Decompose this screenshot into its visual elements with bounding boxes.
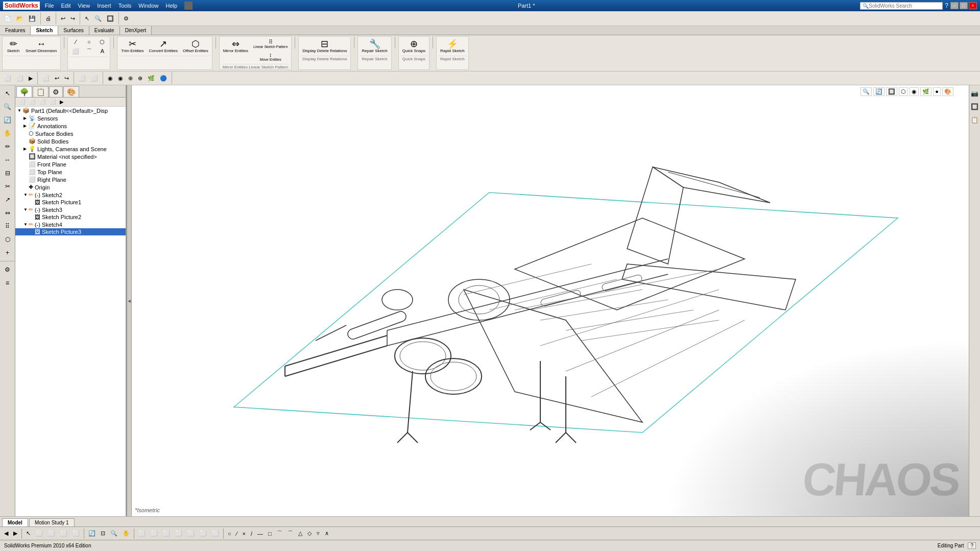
offset-entities-button[interactable]: ⬡ Offset Entities [181, 38, 210, 55]
save-button[interactable]: 💾 [27, 14, 38, 23]
bt-3d-select[interactable]: ⬜ [34, 529, 45, 538]
lp-zoom-btn[interactable]: 🔍 [2, 101, 14, 113]
lp-shape-btn[interactable]: ⬡ [2, 233, 14, 246]
tree-header-btn1[interactable]: ⬜ [17, 99, 27, 105]
view-rotate-btn[interactable]: 🔄 [873, 87, 885, 96]
zoom-button[interactable]: 🔍 [92, 14, 104, 23]
bt-line[interactable]: ⁄ [234, 530, 240, 538]
tree-tab-main[interactable]: 🌳 [16, 86, 32, 97]
tree-item-sketch3[interactable]: ▼ ✏ (-) Sketch3 [15, 206, 126, 213]
tree-header-btn2[interactable]: ⬜ [28, 99, 37, 105]
sec-btn-10[interactable]: ◉ [116, 74, 125, 83]
tab-evaluate[interactable]: Evaluate [89, 26, 120, 35]
rp-btn2[interactable]: 🔲 [969, 101, 981, 113]
view-color-btn[interactable]: 🎨 [942, 87, 953, 96]
sketch-button[interactable]: ✏ Sketch [4, 38, 22, 55]
tree-item-origin[interactable]: ✚ Origin [15, 183, 126, 191]
bt-view-front[interactable]: ⬜ [136, 529, 148, 538]
tree-item-part[interactable]: ▼ 📦 Part1 (Default<<Default>_Disp [15, 107, 126, 114]
line-button[interactable]: ⁄ [69, 38, 82, 46]
view-3d-btn[interactable]: 🔲 [886, 87, 897, 96]
lp-select-btn[interactable]: ↖ [2, 87, 14, 100]
move-entities-button[interactable]: ↕ Move Entities [251, 51, 290, 63]
print-button[interactable]: 🖨 [43, 14, 53, 22]
convert-entities-button[interactable]: ↗ Convert Entities [147, 38, 180, 55]
bt-pan[interactable]: ✋ [121, 529, 132, 538]
text-button[interactable]: A [96, 47, 108, 56]
tree-item-front-plane[interactable]: ⬜ Front Plane [15, 160, 126, 168]
bt-cross[interactable]: × [241, 530, 248, 538]
arc-button[interactable]: ⌒ [83, 47, 95, 56]
tab-sketch[interactable]: Sketch [31, 26, 58, 35]
bt-view-iso[interactable]: ⬜ [210, 529, 221, 538]
tab-dimxpert[interactable]: DimXpert [120, 26, 152, 35]
bt-tri[interactable]: △ [296, 529, 304, 538]
bt-lasso[interactable]: ⬜ [70, 529, 82, 538]
menu-file[interactable]: File [43, 3, 56, 9]
tree-item-sketch-pic3[interactable]: 🖼 Sketch Picture3 [15, 228, 126, 235]
search-input[interactable] [869, 3, 940, 9]
mirror-entities-button[interactable]: ⇔ Mirror Entities [221, 38, 250, 55]
tree-item-solid-bodies[interactable]: 📦 Solid Bodies [15, 137, 126, 145]
redo-button[interactable]: ↪ [68, 14, 77, 23]
sec-btn-13[interactable]: 🌿 [146, 74, 157, 83]
rectangle-button[interactable]: ⬜ [69, 47, 82, 56]
view-zoom-btn[interactable]: 🔍 [861, 87, 872, 96]
sec-btn-14[interactable]: 🔵 [158, 74, 169, 83]
bt-zoom-area[interactable]: 🔍 [108, 529, 119, 538]
lp-mirror-btn[interactable]: ⇔ [2, 207, 14, 219]
display-delete-relations-button[interactable]: ⊟ Display Delete Relations [300, 38, 349, 55]
help-icon[interactable]: ? [945, 2, 948, 9]
sec-btn-1[interactable]: ⬜ [2, 74, 13, 83]
tab-surfaces[interactable]: Surfaces [58, 26, 89, 35]
quick-snaps-button[interactable]: ⊕ Quick Snaps [400, 38, 427, 55]
panel-collapse-handle[interactable]: ◀ [127, 85, 132, 516]
menu-tools[interactable]: Tools [116, 3, 134, 9]
undo-button[interactable]: ↩ [59, 14, 67, 23]
lp-convert-btn[interactable]: ↗ [2, 194, 14, 206]
tree-item-top-plane[interactable]: ⬜ Top Plane [15, 168, 126, 176]
bt-view-left[interactable]: ⬜ [161, 529, 172, 538]
tree-item-sketch-pic1[interactable]: 🖼 Sketch Picture1 [15, 199, 126, 206]
bt-up-tri[interactable]: ∧ [323, 529, 331, 538]
circle-button[interactable]: ○ [83, 38, 95, 46]
tab-features[interactable]: Features [0, 26, 31, 35]
menu-insert[interactable]: Insert [95, 3, 113, 9]
lp-sketch-btn[interactable]: ✏ [2, 140, 14, 153]
motion-study-tab[interactable]: Motion Study 1 [29, 518, 75, 526]
tree-header-btn3[interactable]: ⬜ [38, 99, 47, 105]
menu-window[interactable]: Window [136, 3, 160, 9]
bt-down-tri[interactable]: ▿ [315, 529, 322, 538]
main-viewport[interactable]: 🔍 🔄 🔲 ⬡ ◉ 🌿 ● 🎨 [132, 85, 969, 516]
tree-item-sketch2[interactable]: ▼ ✏ (-) Sketch2 [15, 191, 126, 199]
bt-box-select[interactable]: ⬜ [58, 529, 69, 538]
lp-dimension-btn[interactable]: ↔ [2, 154, 14, 166]
new-button[interactable]: 📄 [2, 14, 13, 23]
lp-relation-btn[interactable]: ⊟ [2, 167, 14, 179]
tree-item-lights[interactable]: ▶ 💡 Lights, Cameras and Scene [15, 145, 126, 153]
smart-dimension-button[interactable]: ↔ Smart Dimension [23, 38, 59, 55]
menu-view[interactable]: View [76, 3, 92, 9]
sec-btn-8[interactable]: ⬜ [89, 74, 100, 83]
bt-arc1[interactable]: ⌒ [275, 529, 284, 538]
sec-btn-3[interactable]: ▶ [27, 74, 35, 83]
tree-item-annotations[interactable]: ▶ 📝 Annotations [15, 122, 126, 130]
tree-item-sketch4[interactable]: ▼ ✏ (-) Sketch4 [15, 221, 126, 228]
open-button[interactable]: 📂 [14, 14, 26, 23]
tree-tab-props[interactable]: 📋 [33, 86, 49, 97]
tree-item-right-plane[interactable]: ⬜ Right Plane [15, 176, 126, 183]
bt-2d-select[interactable]: ⬜ [46, 529, 57, 538]
tree-item-sensors[interactable]: ▶ 📡 Sensors [15, 114, 126, 122]
lp-pattern-btn[interactable]: ⠿ [2, 220, 14, 232]
rapid-sketch-button[interactable]: ⚡ Rapid Sketch [438, 38, 467, 55]
tree-item-sketch-pic2[interactable]: 🖼 Sketch Picture2 [15, 213, 126, 221]
model-tab[interactable]: Model [2, 518, 28, 526]
options-button[interactable]: ⚙ [122, 14, 131, 23]
sec-btn-6[interactable]: ↪ [62, 74, 71, 83]
sec-btn-7[interactable]: ⬜ [77, 74, 88, 83]
minimize-button[interactable]: − [950, 2, 959, 9]
rp-btn3[interactable]: 📋 [969, 114, 981, 126]
bt-arc2[interactable]: ⌒ [285, 529, 295, 538]
bt-view-right[interactable]: ⬜ [173, 529, 184, 538]
tree-tab-display[interactable]: 🎨 [63, 86, 79, 97]
